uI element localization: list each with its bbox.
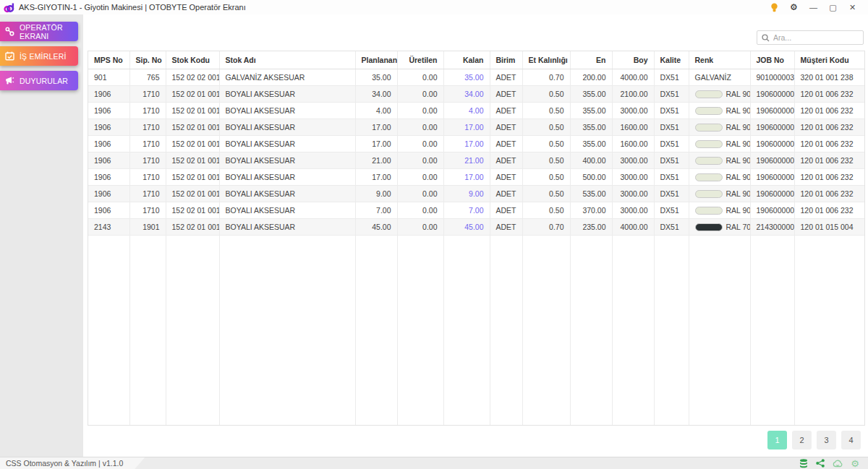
column-header-renk[interactable]: Renk <box>689 51 750 69</box>
column-header-stok_adi[interactable]: Stok Adı <box>219 51 355 69</box>
cell-mps: 1906 <box>88 85 129 102</box>
cell-boy: 3000.00 <box>612 168 654 185</box>
column-header-en[interactable]: En <box>570 51 612 69</box>
cell-et: 0.50 <box>522 152 570 168</box>
cell-job: 2143000003 <box>750 218 794 235</box>
cell-musteri: 120 01 006 232 <box>794 168 864 185</box>
cell-planlanan: 4.00 <box>355 102 397 119</box>
table-row[interactable]: 19061710152 02 01 001BOYALI AKSESUAR7.00… <box>88 202 864 218</box>
cell-sip: 1710 <box>129 119 166 135</box>
cell-stok_adi: BOYALI AKSESUAR <box>219 152 355 168</box>
cell-boy: 3000.00 <box>612 185 654 202</box>
cell-stok_kodu: 152 02 01 001 <box>166 185 219 202</box>
cell-stok_adi: GALVANİZ AKSESUAR <box>219 69 355 85</box>
gear-icon[interactable]: ⚙ <box>851 459 859 468</box>
cell-stok_adi: BOYALI AKSESUAR <box>219 185 355 202</box>
cell-musteri: 120 01 006 232 <box>794 152 864 168</box>
cloud-sync-icon[interactable] <box>833 460 843 468</box>
column-header-musteri[interactable]: Müşteri Kodu <box>794 51 864 69</box>
sidebar-item-label: İŞ EMİRLERİ <box>20 52 67 61</box>
table-row[interactable]: 19061710152 02 01 001BOYALI AKSESUAR4.00… <box>88 102 864 119</box>
cell-renk: RAL 9002 <box>689 135 750 152</box>
cell-birim: ADET <box>490 85 522 102</box>
cell-stok_kodu: 152 02 01 001 <box>166 85 219 102</box>
column-header-uretilen[interactable]: Üretilen <box>397 51 443 69</box>
cell-kalite: DX51 <box>654 218 689 235</box>
cell-en: 355.00 <box>570 135 612 152</box>
sidebar-item-is-emirleri[interactable]: İŞ EMİRLERİ <box>0 46 78 66</box>
cell-stok_kodu: 152 02 01 001 <box>166 152 219 168</box>
database-icon[interactable] <box>799 459 808 468</box>
search-input[interactable] <box>773 33 859 42</box>
cell-kalite: DX51 <box>654 119 689 135</box>
cell-musteri: 120 01 006 232 <box>794 85 864 102</box>
sidebar-item-duyurular[interactable]: DUYURULAR <box>0 71 78 90</box>
theme-bulb-icon[interactable] <box>765 1 784 14</box>
cell-et: 0.70 <box>522 218 570 235</box>
cell-kalite: DX51 <box>654 85 689 102</box>
color-swatch <box>695 190 723 198</box>
cell-kalite: DX51 <box>654 185 689 202</box>
cell-et: 0.50 <box>522 102 570 119</box>
cell-renk: RAL 9002 <box>689 102 750 119</box>
cell-kalan: 17.00 <box>443 168 490 185</box>
page-button-3[interactable]: 3 <box>817 431 836 449</box>
cell-musteri: 320 01 001 238 <box>794 69 864 85</box>
cell-planlanan: 9.00 <box>355 185 397 202</box>
maximize-button[interactable]: ▢ <box>823 1 843 14</box>
cell-birim: ADET <box>490 185 522 202</box>
column-header-kalan[interactable]: Kalan <box>443 51 490 69</box>
column-header-planlanan[interactable]: Planlanan <box>355 51 397 69</box>
cell-planlanan: 35.00 <box>355 69 397 85</box>
page-button-4[interactable]: 4 <box>841 431 861 449</box>
cell-boy: 1600.00 <box>612 119 654 135</box>
column-header-job[interactable]: JOB No <box>750 51 794 69</box>
table-row[interactable]: 19061710152 02 01 001BOYALI AKSESUAR9.00… <box>88 185 864 202</box>
table-row[interactable]: 19061710152 02 01 001BOYALI AKSESUAR17.0… <box>88 119 864 135</box>
cell-boy: 3000.00 <box>612 102 654 119</box>
cell-kalite: DX51 <box>654 69 689 85</box>
cell-musteri: 120 01 006 232 <box>794 119 864 135</box>
cell-musteri: 120 01 006 232 <box>794 102 864 119</box>
main-content: MPS NoSip. NoStok KoduStok AdıPlanlananÜ… <box>83 14 868 457</box>
color-swatch <box>695 223 723 231</box>
column-header-birim[interactable]: Birim <box>490 51 522 69</box>
cell-boy: 3000.00 <box>612 152 654 168</box>
page-button-2[interactable]: 2 <box>792 431 812 449</box>
color-swatch <box>695 207 723 215</box>
cell-stok_adi: BOYALI AKSESUAR <box>219 218 355 235</box>
cell-kalan: 21.00 <box>443 152 490 168</box>
column-header-et[interactable]: Et Kalınlığı <box>522 51 570 69</box>
table-row[interactable]: 19061710152 02 01 001BOYALI AKSESUAR17.0… <box>88 168 864 185</box>
settings-gear-icon[interactable]: ⚙ <box>784 1 804 14</box>
column-header-sip[interactable]: Sip. No <box>129 51 166 69</box>
column-header-kalite[interactable]: Kalite <box>654 51 689 69</box>
cell-job: 1906000003 <box>750 85 794 102</box>
column-header-boy[interactable]: Boy <box>612 51 654 69</box>
table-row[interactable]: 19061710152 02 01 001BOYALI AKSESUAR17.0… <box>88 135 864 152</box>
table-row[interactable]: 901765152 02 02 001GALVANİZ AKSESUAR35.0… <box>88 69 864 85</box>
share-icon[interactable] <box>816 459 825 468</box>
table-row[interactable]: 21431901152 02 01 001BOYALI AKSESUAR45.0… <box>88 218 864 235</box>
cell-sip: 1710 <box>129 102 166 119</box>
cell-stok_kodu: 152 02 01 001 <box>166 102 219 119</box>
table-row[interactable]: 19061710152 02 01 001BOYALI AKSESUAR34.0… <box>88 85 864 102</box>
cell-boy: 4000.00 <box>612 218 654 235</box>
cell-birim: ADET <box>490 152 522 168</box>
column-header-stok_kodu[interactable]: Stok Kodu <box>166 51 219 69</box>
cell-sip: 1710 <box>129 85 166 102</box>
minimize-button[interactable]: — <box>804 1 823 14</box>
table-row[interactable]: 19061710152 02 01 001BOYALI AKSESUAR21.0… <box>88 152 864 168</box>
column-header-mps[interactable]: MPS No <box>88 51 129 69</box>
close-button[interactable]: ✕ <box>843 1 862 14</box>
cell-job: 901000003 <box>750 69 794 85</box>
cell-uretilen: 0.00 <box>397 102 443 119</box>
cell-en: 370.00 <box>570 202 612 218</box>
cell-kalite: DX51 <box>654 168 689 185</box>
calendar-check-icon <box>5 51 14 61</box>
cell-boy: 1600.00 <box>612 135 654 152</box>
cell-en: 355.00 <box>570 102 612 119</box>
sidebar-item-operator-ekrani[interactable]: OPERATÖR EKRANI <box>0 22 78 41</box>
page-button-1[interactable]: 1 <box>767 431 787 449</box>
cell-renk: RAL 7016 <box>689 218 750 235</box>
